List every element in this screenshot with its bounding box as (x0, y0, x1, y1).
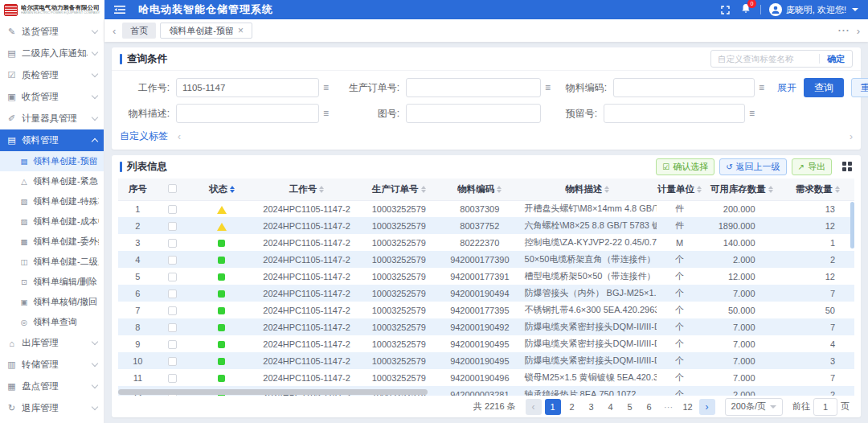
column-header-demand_qty[interactable]: 需求数量 (781, 179, 854, 200)
column-header-work_no[interactable]: 工作号 (257, 179, 357, 200)
filter-icon[interactable]: ≡ (323, 109, 329, 118)
back-to-previous-button[interactable]: ↺返回上一级 (719, 158, 786, 175)
sidebar-subitem[interactable]: △领料单创建-紧急 (0, 171, 104, 191)
sidebar-subitem[interactable]: ⊡领料单编辑/删除 (0, 272, 104, 292)
sort-icon[interactable] (768, 186, 773, 193)
column-header-unit[interactable]: 计量单位 (657, 179, 702, 200)
page-number[interactable]: 6 (641, 399, 657, 415)
export-button[interactable]: ↗导出 (792, 158, 832, 175)
outsourced-icon: ▩ (19, 237, 29, 246)
confirm-selection-button[interactable]: ☑确认选择 (656, 158, 714, 175)
row-checkbox[interactable] (168, 323, 177, 332)
row-checkbox[interactable] (168, 205, 177, 214)
close-tab-icon[interactable]: × (238, 26, 244, 35)
tabs-scroll-left-icon[interactable]: ‹ (113, 26, 116, 36)
sidebar-subitem[interactable]: ▣领料单核销/撤回 (0, 292, 104, 312)
sidebar-item-receiving[interactable]: ▣收货管理 (0, 86, 104, 108)
page-number[interactable]: 4 (603, 399, 619, 415)
row-checkbox[interactable] (168, 374, 177, 383)
sidebar-item-return[interactable]: ↻退库管理 (0, 397, 104, 419)
page-number[interactable]: 3 (583, 399, 600, 415)
reserve-no-input[interactable] (604, 104, 745, 123)
horizontal-scrollbar-thumb[interactable] (118, 389, 428, 395)
sidebar-collapse-icon[interactable] (114, 5, 125, 14)
production-order-no-input[interactable] (406, 78, 541, 97)
sidebar-subitem[interactable]: ▧领料单创建-特殊项目 (0, 191, 104, 212)
expand-link[interactable]: 展开 (777, 81, 796, 95)
custom-tag-name-input[interactable] (718, 54, 819, 64)
column-header-order_no[interactable]: 生产订单号 (357, 179, 442, 200)
sidebar-item-requisition[interactable]: ▤领料管理 (0, 129, 104, 151)
user-menu[interactable]: 庞晓明, 欢迎您! (769, 3, 858, 16)
next-page-button[interactable]: › (699, 399, 715, 415)
column-header-material_desc[interactable]: 物料描述 (518, 179, 657, 200)
status-ok-icon (218, 240, 225, 247)
sort-icon[interactable] (697, 186, 702, 193)
material-code-input[interactable] (613, 78, 755, 97)
tab-home[interactable]: 首页 (122, 23, 156, 39)
filter-icon[interactable]: ≡ (323, 83, 329, 92)
sort-icon[interactable] (497, 186, 502, 193)
page-number[interactable]: 12 (680, 399, 696, 415)
filter-icon[interactable]: ≡ (759, 83, 764, 92)
sidebar-subitem[interactable]: ▨领料单创建-成本中心 (0, 212, 104, 232)
column-header-available_qty[interactable]: 可用库存数量 (702, 179, 780, 200)
sidebar-subitem[interactable]: ◎领料单查询 (0, 312, 104, 332)
cell-material-code: 942000177395 (441, 302, 518, 318)
row-checkbox[interactable] (168, 256, 177, 265)
row-checkbox[interactable] (168, 306, 177, 315)
sidebar-item-transfer[interactable]: ▥转储管理 (0, 354, 104, 376)
material-desc-input[interactable] (176, 104, 319, 123)
goto-page-input[interactable] (813, 398, 837, 416)
row-checkbox[interactable] (168, 357, 177, 366)
sidebar-item-secondary-inbound-notice[interactable]: ▤二级库入库通知单 (0, 43, 104, 64)
row-checkbox[interactable] (168, 273, 177, 281)
sidebar-item-delivery[interactable]: ✎送货管理 (0, 21, 104, 43)
tabs-more-button[interactable]: ··· (838, 25, 850, 36)
tags-scroll-right-icon[interactable]: › (850, 131, 853, 142)
cell-available-qty: 7.000 (702, 285, 780, 302)
notification-bell-icon[interactable]: 0 (741, 3, 751, 16)
column-header-material_code[interactable]: 物料编码 (441, 179, 518, 200)
sidebar-item-measuring-tools[interactable]: ✐计量器具管理 (0, 108, 104, 129)
filter-icon[interactable]: ≡ (749, 109, 755, 118)
vertical-scrollbar[interactable] (850, 202, 854, 248)
sidebar-subitem[interactable]: ▩领料单创建-委外组件 (0, 232, 104, 252)
status-warning-icon (217, 223, 227, 231)
column-settings-icon[interactable] (842, 162, 853, 172)
select-all-checkbox[interactable] (168, 184, 177, 193)
tab-requisition-reserve[interactable]: 领料单创建-预留× (160, 23, 252, 39)
row-checkbox[interactable] (168, 222, 177, 231)
sort-icon[interactable] (230, 186, 235, 193)
sort-icon[interactable] (835, 186, 840, 193)
cell-material-code: 942000177391 (441, 268, 518, 285)
sidebar-item-stocktake[interactable]: ▦盘点管理 (0, 376, 104, 397)
row-checkbox[interactable] (168, 239, 177, 248)
page-number[interactable]: 5 (622, 399, 638, 415)
custom-tag-link[interactable]: 自定义标签 (120, 129, 168, 143)
confirm-tag-button[interactable]: 确定 (820, 53, 852, 65)
filter-icon[interactable]: ≡ (545, 83, 551, 92)
page-number[interactable]: 2 (564, 399, 580, 415)
table-row: 12024HPC1105-1147-21000325257980037309开槽… (118, 200, 854, 217)
sidebar-item-outbound[interactable]: ⌂出库管理 (0, 332, 104, 354)
reset-button[interactable]: 重置 (851, 78, 868, 97)
sort-icon[interactable] (421, 186, 426, 193)
sidebar-subitem[interactable]: ▤领料单创建-预留 (0, 151, 104, 171)
fullscreen-icon[interactable] (721, 6, 730, 14)
row-checkbox[interactable] (168, 290, 177, 298)
sort-icon[interactable] (319, 186, 324, 193)
sort-icon[interactable] (604, 186, 609, 193)
drawing-no-input[interactable] (406, 104, 541, 123)
sidebar-item-quality[interactable]: ☑质检管理 (0, 64, 104, 86)
page-size-select[interactable]: 200条/页 (725, 398, 783, 416)
row-checkbox[interactable] (168, 340, 177, 349)
search-button[interactable]: 查询 (804, 78, 844, 97)
work-no-input[interactable] (176, 78, 319, 97)
tags-scroll-left-icon[interactable]: ‹ (178, 131, 181, 142)
page-number[interactable]: 1 (545, 399, 561, 415)
sidebar-subitem[interactable]: ◫领料单创建-二级库 (0, 252, 104, 272)
tabs-scroll-right-icon[interactable]: › (857, 26, 860, 36)
prev-page-button[interactable]: ‹ (526, 399, 542, 415)
column-header-status[interactable]: 状态 (186, 179, 256, 200)
